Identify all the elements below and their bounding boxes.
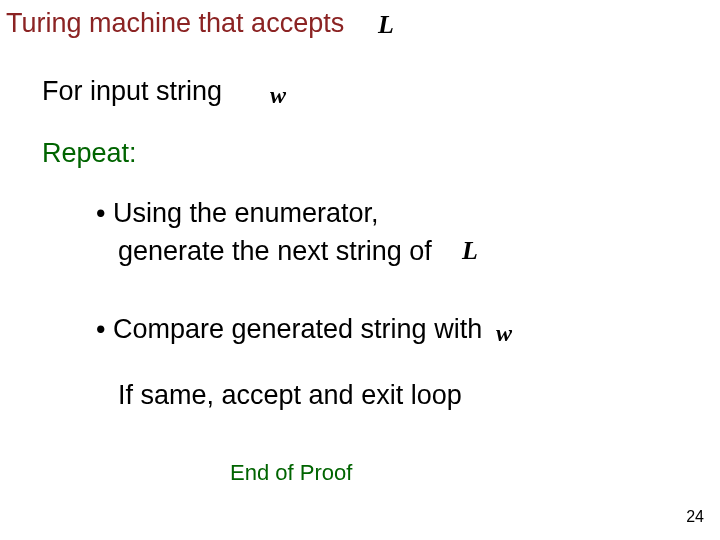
symbol-w-2: w (496, 320, 512, 347)
title-text: Turing machine that accepts (6, 8, 344, 39)
symbol-L-1: L (378, 10, 394, 40)
end-of-proof: End of Proof (230, 460, 352, 486)
bullet-2: • Compare generated string with (96, 314, 482, 345)
slide: Turing machine that accepts L For input … (0, 0, 720, 540)
repeat-label: Repeat: (42, 138, 137, 169)
page-number: 24 (686, 508, 704, 526)
symbol-L-2: L (462, 236, 478, 266)
if-same-line: If same, accept and exit loop (118, 380, 462, 411)
for-input-string: For input string (42, 76, 222, 107)
symbol-w-1: w (270, 82, 286, 109)
bullet-1-line-2: generate the next string of (118, 236, 432, 267)
bullet-1-line-1: • Using the enumerator, (96, 198, 379, 229)
